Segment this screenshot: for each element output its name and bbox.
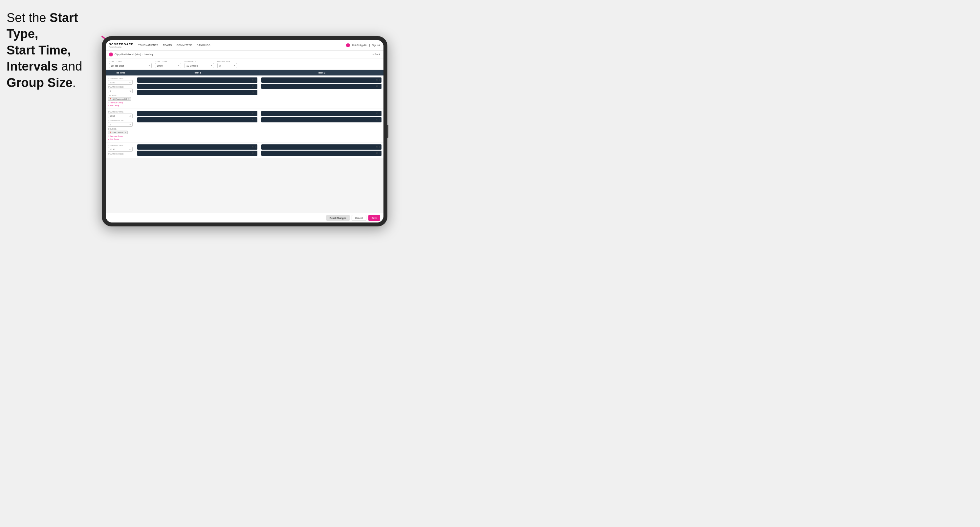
team2-col-g2: ✕○ ✕○ xyxy=(259,109,383,142)
starting-time-value-g2: 10:10 xyxy=(110,115,115,117)
team1-col-g2: ✕○ ✕○ xyxy=(135,109,259,142)
group-size-select[interactable]: 2 3 4 xyxy=(217,63,237,68)
starting-time-input-g1[interactable]: 10:00 ⊙ xyxy=(108,80,133,85)
back-button[interactable]: < Back xyxy=(372,53,380,56)
tablet-frame: SCOREBOARD Powered by clipp TOURNAMENTS … xyxy=(102,36,387,226)
nav-right: blair@clippd.io | Sign out xyxy=(346,43,380,47)
intervals-group: Intervals 5 Minutes 10 Minutes 15 Minute… xyxy=(185,60,214,68)
tablet-screen: SCOREBOARD Powered by clipp TOURNAMENTS … xyxy=(106,40,383,222)
player-remove-t2-g2-2[interactable]: ✕ xyxy=(376,119,378,121)
add-group-link-g2[interactable]: + Add Group xyxy=(108,138,133,140)
player-info-t2-g1-1: ○ xyxy=(379,79,380,81)
starting-time-label-g3: STARTING TIME: xyxy=(108,144,133,146)
separator: | xyxy=(369,44,370,46)
starting-time-value-g3: 10:20 xyxy=(110,148,115,151)
player-slot-t1-g2-2: ✕○ xyxy=(137,117,258,122)
player-remove-t2-g2-1[interactable]: ✕ xyxy=(376,112,378,115)
starting-hole-input-g1[interactable]: 1 ⇅ xyxy=(108,89,133,93)
player-remove-t1-g3-2[interactable]: ✕ xyxy=(252,152,254,154)
remove-group-link-g1[interactable]: ○ Remove Group xyxy=(108,102,133,104)
course-remove-g1[interactable]: ✕ xyxy=(128,98,130,100)
course-icon-g1: 📍 xyxy=(109,98,111,100)
left-panel-group2: STARTING TIME: 10:10 ⊙ STARTING HOLE: 1 … xyxy=(106,109,135,142)
team2-col-g1: ✕○ ✕○ xyxy=(259,75,383,109)
player-remove-t1-g2-1[interactable]: ✕ xyxy=(252,112,254,115)
save-button[interactable]: Save xyxy=(368,215,380,221)
player-remove-t1-g2-2[interactable]: ✕ xyxy=(252,119,254,121)
starting-hole-value-g1: 1 xyxy=(110,90,111,92)
footer-bar: Reset Changes Cancel Save xyxy=(106,213,383,222)
player-remove-t1-g1-1[interactable]: ✕ xyxy=(252,79,254,81)
starting-time-label-g1: STARTING TIME: xyxy=(108,78,133,79)
player-slot-t1-g3-2: ✕○ xyxy=(137,151,258,156)
player-slot-t1-g1-1: ✕○ xyxy=(137,78,258,83)
player-remove-t1-g1-2[interactable]: ✕ xyxy=(252,85,254,87)
time-spin-icon-g1: ⊙ xyxy=(129,81,131,84)
start-type-group: Start Type 1st Tee Start Shotgun Start R… xyxy=(109,60,152,68)
intervals-select[interactable]: 5 Minutes 10 Minutes 15 Minutes xyxy=(185,63,214,68)
player-slot-t2-g1-2: ✕○ xyxy=(261,84,382,89)
nav-link-tournaments[interactable]: TOURNAMENTS xyxy=(138,44,158,47)
left-panel-group1: STARTING TIME: 10:00 ⊙ STARTING HOLE: 1 … xyxy=(106,75,135,109)
instruction-line4-normal: . xyxy=(73,76,76,90)
nav-links: TOURNAMENTS TEAMS COMMITTEE RANKINGS xyxy=(138,44,346,47)
breadcrumb-tournament[interactable]: Clippd Invitational (Men) xyxy=(115,53,141,56)
course-remove-g2[interactable]: ✕ xyxy=(125,131,126,133)
starting-hole-value-g2: 1 xyxy=(110,123,111,126)
remove-group-link-g2[interactable]: ○ Remove Group xyxy=(108,135,133,137)
course-label-g2: COURSE: xyxy=(108,128,133,130)
player-slot-t1-g1-2: ✕○ xyxy=(137,84,258,89)
reset-changes-button[interactable]: Reset Changes xyxy=(326,215,350,221)
user-avatar xyxy=(346,43,350,47)
tablet-side-button xyxy=(387,125,388,138)
hole-spin-icon-g1: ⇅ xyxy=(129,90,131,92)
starting-hole-input-g2[interactable]: 1 ⇅ xyxy=(108,122,133,127)
add-group-link-g1[interactable]: + Add Group xyxy=(108,105,133,106)
nav-link-rankings[interactable]: RANKINGS xyxy=(197,44,210,47)
instruction-line3-normal: and xyxy=(58,59,82,73)
player-slot-t1-g3-1: ✕○ xyxy=(137,144,258,150)
group-size-group: Group Size 2 3 4 xyxy=(217,60,237,68)
instruction-line4-bold: Group Size xyxy=(6,76,73,90)
start-time-select[interactable]: 10:00 10:10 10:20 xyxy=(155,63,181,68)
course-tag-g2: 📍 East Lake GC ✕ xyxy=(108,130,128,134)
nav-link-committee[interactable]: COMMITTEE xyxy=(176,44,192,47)
player-remove-t2-g1-2[interactable]: ✕ xyxy=(376,85,378,87)
course-tag-g1: 📍 (A) Peachtree GC ✕ xyxy=(108,97,131,101)
starting-hole-label-g2: STARTING HOLE: xyxy=(108,119,133,121)
intervals-label: Intervals xyxy=(185,60,214,62)
instruction-line3-bold: Intervals xyxy=(6,59,58,73)
course-icon-g2: 📍 xyxy=(109,132,111,133)
starting-time-input-g3[interactable]: 10:20 ⊙ xyxy=(108,147,133,152)
start-time-group: Start Time 10:00 10:10 10:20 xyxy=(155,60,181,68)
player-slot-t2-g3-1: ✕○ xyxy=(261,144,382,150)
breadcrumb-separator: › xyxy=(143,53,143,56)
start-type-select[interactable]: 1st Tee Start Shotgun Start Rolling Star… xyxy=(109,63,152,68)
user-email: blair@clippd.io xyxy=(352,44,367,46)
breadcrumb-page: Hosting xyxy=(145,53,153,56)
starting-time-value-g1: 10:00 xyxy=(110,81,115,84)
player-info-t1-g1-2: ○ xyxy=(255,85,256,87)
player-slot-t2-g2-2: ✕○ xyxy=(261,117,382,122)
left-panel-group3: STARTING TIME: 10:20 ⊙ STARTING HOLE: xyxy=(106,143,135,158)
player-extra-t1-g1: ✕ ○ xyxy=(252,91,256,94)
sign-out-link[interactable]: Sign out xyxy=(372,44,380,46)
player-slot-t2-g1-1: ✕○ xyxy=(261,78,382,83)
cancel-button[interactable]: Cancel xyxy=(352,215,366,221)
player-remove-t2-g3-1[interactable]: ✕ xyxy=(376,146,378,148)
player-remove-t2-g3-2[interactable]: ✕ xyxy=(376,152,378,154)
player-remove-t2-g1-1[interactable]: ✕ xyxy=(376,79,378,81)
instruction-line2-bold: Start Time, xyxy=(6,43,71,57)
table-content: STARTING TIME: 10:00 ⊙ STARTING HOLE: 1 … xyxy=(106,75,383,213)
navbar: SCOREBOARD Powered by clipp TOURNAMENTS … xyxy=(106,40,383,51)
time-spin-icon-g3: ⊙ xyxy=(129,148,131,151)
player-info-t1-g1-1: ○ xyxy=(255,79,256,81)
player-info-t2-g1-2: ○ xyxy=(379,85,380,87)
team2-col-g3: ✕○ ✕○ xyxy=(259,143,383,158)
team1-col-g3: ✕○ ✕○ xyxy=(135,143,259,158)
nav-link-teams[interactable]: TEAMS xyxy=(163,44,172,47)
start-time-label: Start Time xyxy=(155,60,181,62)
time-spin-icon-g2: ⊙ xyxy=(129,115,131,117)
player-remove-t1-g3-1[interactable]: ✕ xyxy=(252,146,254,148)
starting-time-input-g2[interactable]: 10:10 ⊙ xyxy=(108,114,133,118)
